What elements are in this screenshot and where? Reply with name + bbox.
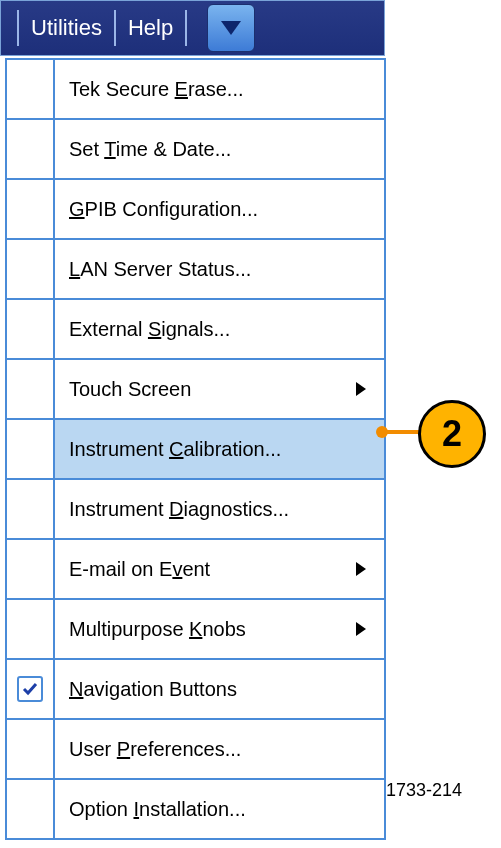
submenu-arrow-icon <box>356 382 366 396</box>
menu-item-label: Instrument Diagnostics... <box>55 480 384 538</box>
menu-item-gutter <box>7 360 55 418</box>
menubar-separator <box>114 10 116 46</box>
menu-item-label: Multipurpose Knobs <box>55 600 384 658</box>
svg-marker-0 <box>221 21 241 35</box>
menu-item-navigation-buttons[interactable]: Navigation Buttons <box>7 660 384 720</box>
menu-item-gutter <box>7 420 55 478</box>
menu-utilities[interactable]: Utilities <box>27 15 106 41</box>
svg-marker-2 <box>356 562 366 576</box>
menu-item-label: Tek Secure Erase... <box>55 60 384 118</box>
checkbox-checked-icon[interactable] <box>17 676 43 702</box>
menu-item-lan-server-status[interactable]: LAN Server Status... <box>7 240 384 300</box>
svg-marker-1 <box>356 382 366 396</box>
menu-item-gpib-config[interactable]: GPIB Configuration... <box>7 180 384 240</box>
menu-item-gutter <box>7 660 55 718</box>
menu-item-set-time-date[interactable]: Set Time & Date... <box>7 120 384 180</box>
menu-item-gutter <box>7 240 55 298</box>
menu-item-label: External Signals... <box>55 300 384 358</box>
more-menus-button[interactable] <box>207 4 255 52</box>
menu-item-gutter <box>7 600 55 658</box>
menu-item-option-installation[interactable]: Option Installation... <box>7 780 384 838</box>
menu-item-email-on-event[interactable]: E-mail on Event <box>7 540 384 600</box>
menu-item-label: Navigation Buttons <box>55 660 384 718</box>
callout-connector-line <box>382 430 420 434</box>
utilities-menu: Tek Secure Erase...Set Time & Date...GPI… <box>5 58 386 840</box>
menu-item-label: GPIB Configuration... <box>55 180 384 238</box>
menu-item-tek-secure-erase[interactable]: Tek Secure Erase... <box>7 60 384 120</box>
menu-item-gutter <box>7 480 55 538</box>
menu-item-label: User Preferences... <box>55 720 384 778</box>
menu-item-gutter <box>7 300 55 358</box>
menubar-separator <box>17 10 19 46</box>
svg-marker-3 <box>356 622 366 636</box>
menu-item-touch-screen[interactable]: Touch Screen <box>7 360 384 420</box>
menu-item-label: LAN Server Status... <box>55 240 384 298</box>
menu-item-label: Instrument Calibration... <box>55 420 384 478</box>
menu-item-gutter <box>7 180 55 238</box>
menu-item-label: Set Time & Date... <box>55 120 384 178</box>
menubar-separator <box>185 10 187 46</box>
submenu-arrow-icon <box>356 562 366 576</box>
menu-item-user-preferences[interactable]: User Preferences... <box>7 720 384 780</box>
submenu-arrow-icon <box>356 622 366 636</box>
menu-item-label: Touch Screen <box>55 360 384 418</box>
menu-item-gutter <box>7 780 55 838</box>
menu-item-label: E-mail on Event <box>55 540 384 598</box>
chevron-down-icon <box>221 21 241 35</box>
menu-item-gutter <box>7 540 55 598</box>
menu-item-instrument-diagnostics[interactable]: Instrument Diagnostics... <box>7 480 384 540</box>
menu-item-external-signals[interactable]: External Signals... <box>7 300 384 360</box>
menu-item-label: Option Installation... <box>55 780 384 838</box>
menu-item-gutter <box>7 720 55 778</box>
callout-badge: 2 <box>418 400 486 468</box>
menu-bar: Utilities Help <box>0 0 385 56</box>
menu-help[interactable]: Help <box>124 15 177 41</box>
figure-id: 1733-214 <box>386 780 462 801</box>
menu-item-gutter <box>7 60 55 118</box>
callout-number: 2 <box>442 413 462 455</box>
menu-item-multipurpose-knobs[interactable]: Multipurpose Knobs <box>7 600 384 660</box>
menu-item-gutter <box>7 120 55 178</box>
menu-item-instrument-calibration[interactable]: Instrument Calibration... <box>7 420 384 480</box>
